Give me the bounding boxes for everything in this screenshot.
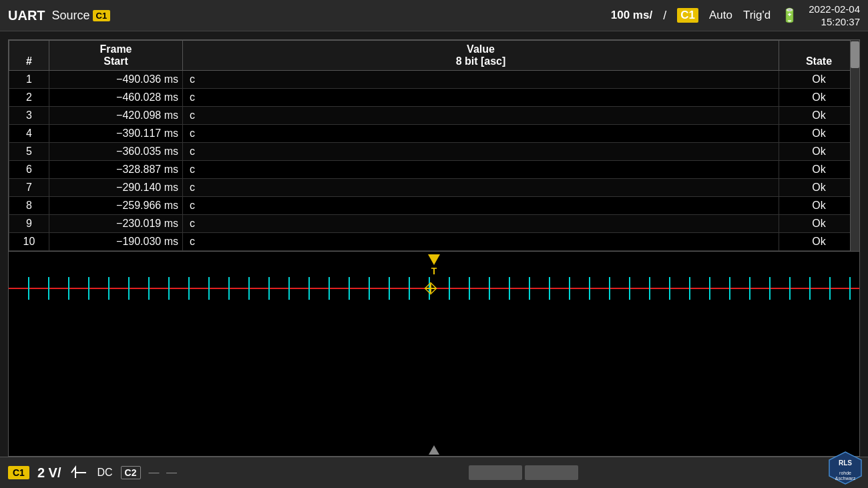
row-start: −290.140 ms [49,179,183,197]
data-table-container: # Frame Start Value 8 bit [asc] State [8,39,860,252]
row-state: Ok [779,71,859,89]
data-table: # Frame Start Value 8 bit [asc] State [9,40,859,251]
table-row[interactable]: 10−190.030 mscOk [9,233,859,251]
table-row[interactable]: 6−328.887 mscOk [9,161,859,179]
trigger-status-label: Trig'd [743,9,771,22]
table-row[interactable]: 1−490.036 mscOk [9,71,859,89]
top-bar: UART Source C1 100 ms/ / C1 Auto Trig'd … [0,0,868,31]
timebase-label[interactable]: 100 ms/ [611,9,652,22]
table-row[interactable]: 5−360.035 mscOk [9,143,859,161]
rls-logo: RLS rohde &schwarz [828,451,860,483]
channel-badge[interactable]: C1 [93,10,111,21]
row-state: Ok [779,143,859,161]
row-value: c [183,107,779,125]
table-scrollbar[interactable] [850,40,859,251]
row-id: 5 [9,143,49,161]
protocol-label: UART [8,8,45,23]
row-id: 8 [9,197,49,215]
col-header-value: Value 8 bit [asc] [183,41,779,71]
row-id: 10 [9,233,49,251]
ch2-badge[interactable]: C2 [121,466,141,479]
row-id: 2 [9,89,49,107]
table-row[interactable]: 7−290.140 mscOk [9,179,859,197]
table-scrollbar-thumb[interactable] [851,41,859,68]
row-id: 3 [9,107,49,125]
datetime-label: 2022-02-04 15:20:37 [809,3,860,29]
trigger-channel-badge[interactable]: C1 [677,8,698,23]
row-value: c [183,143,779,161]
top-bar-right: 100 ms/ / C1 Auto Trig'd 🔋 2022-02-04 15… [611,3,860,29]
row-id: 6 [9,161,49,179]
row-state: Ok [779,161,859,179]
row-state: Ok [779,215,859,233]
waveform-area: T [8,252,860,457]
table-row[interactable]: 9−230.019 mscOk [9,215,859,233]
row-start: −490.036 ms [49,71,183,89]
row-start: −390.117 ms [49,125,183,143]
row-value: c [183,89,779,107]
col-header-hash: # [9,41,49,71]
row-value: c [183,125,779,143]
row-id: 4 [9,125,49,143]
table-row[interactable]: 2−460.028 mscOk [9,89,859,107]
table-body: 1−490.036 mscOk2−460.028 mscOk3−420.098 … [9,71,859,251]
row-state: Ok [779,179,859,197]
scroll-box-right[interactable] [525,465,578,480]
waveform-svg [9,252,859,456]
table-row[interactable]: 8−259.966 mscOk [9,197,859,215]
col-header-state: State [779,41,859,71]
row-start: −420.098 ms [49,107,183,125]
trigger-slope-icon: / [663,9,666,23]
row-start: −460.028 ms [49,89,183,107]
svg-text:rohde: rohde [839,471,851,475]
row-value: c [183,71,779,89]
row-start: −360.035 ms [49,143,183,161]
row-start: −259.966 ms [49,197,183,215]
probe-icon [69,465,89,481]
main-area: # Frame Start Value 8 bit [asc] State [0,31,868,488]
row-state: Ok [779,125,859,143]
trigger-mode-label[interactable]: Auto [709,9,732,22]
row-start: −230.019 ms [49,215,183,233]
channel2-dashes: — — [149,467,179,479]
svg-text:RLS: RLS [839,459,852,467]
volt-label: 2 V/ [37,465,61,481]
coupling-label[interactable]: DC [97,467,112,479]
row-value: c [183,161,779,179]
row-value: c [183,215,779,233]
scroll-box-left[interactable] [469,465,522,480]
row-state: Ok [779,107,859,125]
row-value: c [183,197,779,215]
row-state: Ok [779,197,859,215]
row-state: Ok [779,233,859,251]
row-start: −328.887 ms [49,161,183,179]
battery-icon: 🔋 [781,7,798,23]
row-id: 1 [9,71,49,89]
row-start: −190.030 ms [49,233,183,251]
col-header-frame: Frame Start [49,41,183,71]
row-value: c [183,179,779,197]
ch1-badge[interactable]: C1 [8,466,29,479]
table-row[interactable]: 3−420.098 mscOk [9,107,859,125]
svg-text:&schwarz: &schwarz [835,476,856,481]
row-value: c [183,233,779,251]
row-id: 7 [9,179,49,197]
table-row[interactable]: 4−390.117 mscOk [9,125,859,143]
source-label: Source [52,9,90,23]
row-state: Ok [779,89,859,107]
row-id: 9 [9,215,49,233]
trigger-cross [425,283,437,294]
bottom-arrow-icon [429,445,439,455]
bottom-bar: C1 2 V/ DC C2 — — RLS rohde &schwarz [0,457,868,488]
